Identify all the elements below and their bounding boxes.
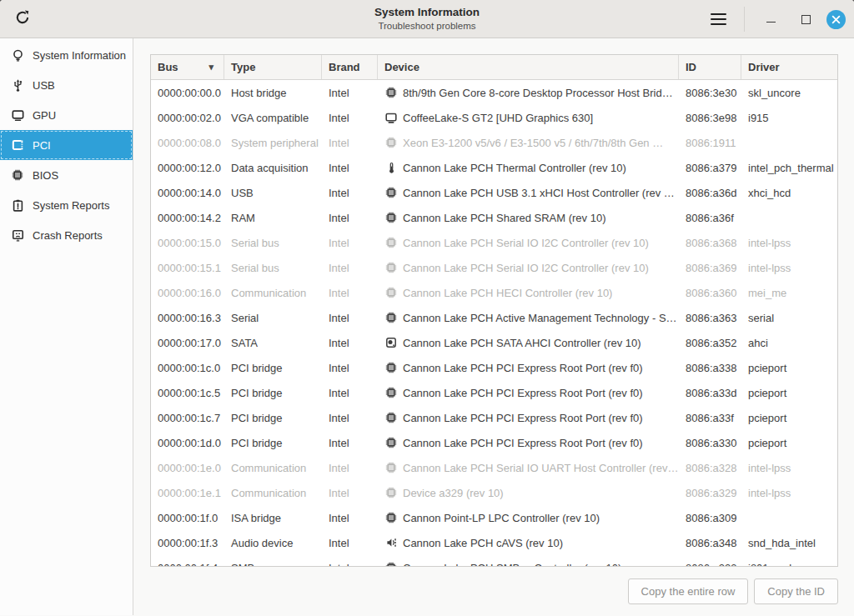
maximize-button[interactable] <box>791 5 820 33</box>
bus-cell: 0000:00:1f.3 <box>151 530 224 555</box>
type-cell: Serial bus <box>224 230 322 255</box>
table-row[interactable]: 0000:00:16.0CommunicationIntelCannon Lak… <box>151 280 837 305</box>
bus-cell: 0000:00:02.0 <box>151 105 224 130</box>
table-row[interactable]: 0000:00:1f.3Audio deviceIntelCannon Lake… <box>151 530 837 555</box>
column-header-driver[interactable]: Driver <box>741 55 837 79</box>
column-label: ID <box>686 61 696 73</box>
sidebar-item-gpu[interactable]: GPU <box>0 100 133 130</box>
column-label: Brand <box>329 61 360 73</box>
maximize-icon <box>801 15 811 24</box>
copy-id-button[interactable]: Copy the ID <box>754 578 838 604</box>
sidebar-item-label: GPU <box>33 109 56 122</box>
device-name: Cannon Lake PCH Thermal Controller (rev … <box>403 162 626 174</box>
column-label: Type <box>231 61 255 73</box>
device-cell: Cannon Lake PCH Serial IO UART Host Cont… <box>378 455 679 480</box>
table-row[interactable]: 0000:00:15.1Serial busIntelCannon Lake P… <box>151 255 837 280</box>
column-header-bus[interactable]: Bus▾ <box>151 55 224 79</box>
table-row[interactable]: 0000:00:14.2RAMIntelCannon Lake PCH Shar… <box>151 205 837 230</box>
sidebar-item-usb[interactable]: USB <box>0 70 133 100</box>
bus-cell: 0000:00:00.0 <box>151 80 224 105</box>
table-row[interactable]: 0000:00:02.0VGA compatibleIntelCoffeeLak… <box>151 105 837 130</box>
table-row[interactable]: 0000:00:1e.0CommunicationIntelCannon Lak… <box>151 455 837 480</box>
chip-icon <box>384 561 398 567</box>
refresh-button[interactable] <box>8 5 37 33</box>
table-row[interactable]: 0000:00:14.0USBIntelCannon Lake PCH USB … <box>151 180 837 205</box>
table-row[interactable]: 0000:00:1c.7PCI bridgeIntelCannon Lake P… <box>151 405 837 430</box>
table-row[interactable]: 0000:00:1f.0ISA bridgeIntelCannon Point-… <box>151 505 837 530</box>
table-row[interactable]: 0000:00:16.3SerialIntelCannon Lake PCH A… <box>151 305 837 330</box>
minimize-button[interactable] <box>756 5 785 33</box>
bus-cell: 0000:00:1e.0 <box>151 455 224 480</box>
column-header-device[interactable]: Device <box>378 55 679 79</box>
table-row[interactable]: 0000:00:15.0Serial busIntelCannon Lake P… <box>151 230 837 255</box>
table-row[interactable]: 0000:00:1f.4SMBusIntelCannon Lake PCH SM… <box>151 555 837 567</box>
brand-cell: Intel <box>322 180 378 205</box>
copy-entire-row-button[interactable]: Copy the entire row <box>628 578 749 604</box>
column-header-brand[interactable]: Brand <box>322 55 378 79</box>
crash-screen-icon <box>10 228 25 243</box>
chip-icon <box>384 461 398 474</box>
device-name: Cannon Lake PCH PCI Express Root Port (r… <box>403 437 643 449</box>
driver-cell: serial <box>741 305 837 330</box>
device-cell: Cannon Lake PCH Serial IO I2C Controller… <box>378 255 679 280</box>
column-header-type[interactable]: Type <box>224 55 322 79</box>
sidebar-item-label: USB <box>33 79 55 92</box>
device-cell: Cannon Lake PCH PCI Express Root Port (r… <box>378 430 679 455</box>
device-name: Cannon Lake PCH PCI Express Root Port (r… <box>403 362 643 374</box>
table-row[interactable]: 0000:00:12.0Data acquisitionIntelCannon … <box>151 155 837 180</box>
table-row[interactable]: 0000:00:00.0Host bridgeIntel8th/9th Gen … <box>151 80 837 105</box>
table-row[interactable]: 0000:00:1c.0PCI bridgeIntelCannon Lake P… <box>151 355 837 380</box>
close-button[interactable] <box>826 10 846 29</box>
device-name: Cannon Lake PCH USB 3.1 xHCI Host Contro… <box>403 187 679 199</box>
sidebar-item-crash-reports[interactable]: Crash Reports <box>0 220 133 250</box>
type-cell: USB <box>224 180 322 205</box>
sidebar-item-system-information[interactable]: System Information <box>0 40 133 70</box>
driver-cell: mei_me <box>741 280 837 305</box>
type-cell: Audio device <box>224 530 322 555</box>
pci-card-icon <box>10 138 25 153</box>
pci-device-table: Bus▾TypeBrandDeviceIDDriver 0000:00:00.0… <box>150 54 838 567</box>
brand-cell: Intel <box>322 505 378 530</box>
type-cell: VGA compatible <box>224 105 322 130</box>
brand-cell: Intel <box>322 305 378 330</box>
system-information-window: System Information Troubleshoot problems <box>0 0 854 616</box>
table-row[interactable]: 0000:00:08.0System peripheralIntelXeon E… <box>151 130 837 155</box>
sidebar-item-pci[interactable]: PCI <box>0 130 133 160</box>
brand-cell: Intel <box>322 405 378 430</box>
device-cell: Xeon E3-1200 v5/v6 / E3-1500 v5 / 6th/7t… <box>378 130 679 155</box>
table-row[interactable]: 0000:00:17.0SATAIntelCannon Lake PCH SAT… <box>151 330 837 355</box>
sidebar-item-bios[interactable]: BIOS <box>0 160 133 190</box>
brand-cell: Intel <box>322 205 378 230</box>
table-row[interactable]: 0000:00:1c.5PCI bridgeIntelCannon Lake P… <box>151 380 837 405</box>
id-cell: 8086:a338 <box>679 355 741 380</box>
driver-cell: intel-lpss <box>741 455 837 480</box>
sidebar-item-system-reports[interactable]: System Reports <box>0 190 133 220</box>
id-cell: 8086:a33f <box>679 405 741 430</box>
device-name: Cannon Lake PCH SMBus Controller (rev 10… <box>403 562 621 568</box>
sidebar-item-label: System Information <box>33 49 126 62</box>
type-cell: PCI bridge <box>224 405 322 430</box>
driver-cell <box>741 130 837 155</box>
thermometer-icon <box>384 161 398 174</box>
device-name: Xeon E3-1200 v5/v6 / E3-1500 v5 / 6th/7t… <box>403 137 663 149</box>
bus-cell: 0000:00:14.2 <box>151 205 224 230</box>
type-cell: PCI bridge <box>224 430 322 455</box>
bus-cell: 0000:00:1d.0 <box>151 430 224 455</box>
id-cell: 8086:a363 <box>679 305 741 330</box>
device-cell: Device a329 (rev 10) <box>378 480 679 505</box>
device-cell: Cannon Lake PCH Shared SRAM (rev 10) <box>378 205 679 230</box>
table-row[interactable]: 0000:00:1d.0PCI bridgeIntelCannon Lake P… <box>151 430 837 455</box>
close-icon <box>831 15 841 24</box>
id-cell: 8086:a33d <box>679 380 741 405</box>
device-cell: Cannon Lake PCH cAVS (rev 10) <box>378 530 679 555</box>
device-cell: Cannon Point-LP LPC Controller (rev 10) <box>378 505 679 530</box>
driver-cell: pcieport <box>741 380 837 405</box>
bus-cell: 0000:00:16.0 <box>151 280 224 305</box>
type-cell: SATA <box>224 330 322 355</box>
app-menu-button[interactable] <box>704 5 732 33</box>
chip-icon <box>384 361 398 374</box>
table-row[interactable]: 0000:00:1e.1CommunicationIntelDevice a32… <box>151 480 837 505</box>
brand-cell: Intel <box>322 330 378 355</box>
device-name: Cannon Lake PCH HECI Controller (rev 10) <box>403 287 612 299</box>
column-header-id[interactable]: ID <box>679 55 741 79</box>
